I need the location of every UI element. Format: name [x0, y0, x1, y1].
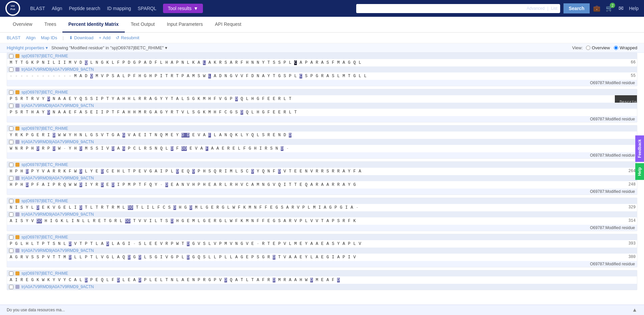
search-button[interactable]: Search [564, 3, 590, 13]
toolbar-map-ids[interactable]: Map IDs [41, 35, 57, 40]
tab-input-parameters[interactable]: Input Parameters [161, 17, 209, 33]
alignment-block-1: sp|O69787|BETC_RHIME M T T G K P N I L I… [7, 53, 637, 86]
seq-row-2a: P S R T R V Y D N A A E Y Q S S I P T Y … [7, 95, 637, 103]
tab-overview[interactable]: Overview [7, 17, 38, 33]
nav-align[interactable]: Align [52, 6, 62, 11]
logo[interactable]: Uni Prot [5, 1, 20, 16]
toolbar-align[interactable]: Align [26, 35, 36, 40]
tab-text-output[interactable]: Text Output [125, 17, 161, 33]
seq-color-7a [15, 271, 19, 275]
seq-name-3a[interactable]: sp|O69787|BETC_RHIME [21, 126, 68, 131]
seq-header-1b: tr|A0A7V9RMD9|A0A7V9RMD9_9ACTN [7, 66, 637, 72]
seq-num-4a: 264 [626, 168, 636, 174]
seq-name-1b[interactable]: tr|A0A7V9RMD9|A0A7V9RMD9_9ACTN [21, 67, 94, 72]
seq-checkbox-7a[interactable] [9, 271, 13, 276]
nav-icons: 💼 🛒 2 ✉ Help [593, 5, 639, 12]
feedback-button[interactable]: Feedback [635, 135, 644, 162]
seq-checkbox-6b[interactable] [9, 249, 13, 253]
seq-color-5a [15, 199, 19, 203]
list-link[interactable]: List [548, 6, 560, 11]
toolbar-blast[interactable]: BLAST [7, 35, 20, 40]
nav-blast[interactable]: BLAST [30, 6, 45, 11]
toolbar-separator: | [63, 35, 64, 40]
tool-results-button[interactable]: Tool results ▼ [163, 4, 203, 13]
seq-name-1a[interactable]: sp|O69787|BETC_RHIME [21, 54, 68, 58]
seq-checkbox-7b[interactable] [9, 285, 13, 289]
nav-sparql[interactable]: SPARQL [138, 6, 157, 11]
overview-radio[interactable] [586, 46, 590, 50]
wrapped-radio[interactable] [614, 46, 618, 50]
annotation-2: O69787:Modified residue [7, 116, 637, 122]
seq-row-6b: A G R V S S P V T T M D L L P T L V G L … [7, 254, 637, 261]
seq-num-1a: 66 [626, 59, 636, 66]
view-wrapped-option[interactable]: Wrapped [614, 45, 637, 50]
mail-icon[interactable]: ✉ [619, 5, 624, 12]
seq-checkbox-3b[interactable] [9, 140, 13, 144]
nav-id-mapping[interactable]: ID mapping [107, 6, 131, 11]
tab-percent-identity-matrix[interactable]: Percent Identity Matrix [62, 17, 125, 33]
seq-header-3a: sp|O69787|BETC_RHIME [7, 125, 637, 132]
seq-text-3a: Y R K P G E R I D W W Y H N L G S V T G … [10, 132, 636, 139]
seq-color-1a [15, 54, 19, 58]
seq-name-5a[interactable]: sp|O69787|BETC_RHIME [21, 199, 68, 203]
search-input[interactable] [356, 4, 524, 13]
search-area: Advanced | List Search 💼 🛒 2 ✉ Help [356, 3, 639, 13]
tab-api-request[interactable]: API Request [209, 17, 248, 33]
view-overview-option[interactable]: Overview [586, 45, 610, 50]
highlight-bar: Highlight properties ▾ Showing "Modified… [0, 43, 644, 53]
briefcase-icon[interactable]: 💼 [593, 5, 600, 12]
alignment-block-6: sp|O69787|BETC_RHIME P G L H L T P T S N… [7, 234, 637, 267]
seq-checkbox-1b[interactable] [9, 67, 13, 72]
seq-text-6a: P G L H L T P T S N L D V T P T L A D L … [10, 241, 626, 247]
seq-name-3b[interactable]: tr|A0A7V9RMD9|A0A7V9RMD9_9ACTN [21, 140, 94, 144]
toolbar-resubmit[interactable]: ↺ Resubmit [116, 35, 139, 40]
seq-row-1a: M T T G K P N I L I I M V D Q L N G K L … [7, 59, 637, 66]
help-link[interactable]: Help [629, 6, 639, 11]
seq-row-5a: N I S Y L D E K V G E L I D T L T R T R … [7, 204, 637, 211]
seq-name-4a[interactable]: sp|O69787|BETC_RHIME [21, 162, 68, 167]
tooltip-popup: Modified residue 54-54 Description 3-oxo… [615, 95, 637, 103]
seq-name-7b[interactable]: tr|A0A7V9RMD9|A0A7V9RMD9_9ACTN [21, 284, 94, 289]
seq-color-3b [15, 140, 19, 144]
seq-checkbox-4b[interactable] [9, 176, 13, 180]
seq-name-2a[interactable]: sp|O69787|BETC_RHIME [21, 90, 68, 95]
tab-trees[interactable]: Trees [38, 17, 62, 33]
chevron-down-icon[interactable]: ▾ [165, 45, 167, 50]
cart-icon[interactable]: 🛒 2 [606, 5, 613, 12]
seq-text-2a: P S R T R V Y D N A A E Y Q S S I P T Y … [10, 96, 636, 102]
seq-name-2b[interactable]: tr|A0A7V9RMD9|A0A7V9RMD9_9ACTN [21, 103, 94, 108]
seq-row-1b: - - - - - - - - - - - - M A D Q M V P S … [7, 72, 637, 80]
annotation-5: O69787:Modified residue [7, 225, 637, 231]
seq-checkbox-6a[interactable] [9, 235, 13, 240]
chevron-down-icon: ▾ [46, 45, 48, 50]
tooltip-trigger[interactable]: ■ Modified residue 54-54 Description 3-o… [623, 95, 627, 96]
seq-name-6b[interactable]: tr|A0A7V9RMD9|A0A7V9RMD9_9ACTN [21, 248, 94, 253]
seq-checkbox-2a[interactable] [9, 90, 13, 95]
seq-num-6a: 393 [626, 241, 636, 247]
highlight-properties-button[interactable]: Highlight properties ▾ [7, 45, 48, 50]
seq-checkbox-3a[interactable] [9, 126, 13, 131]
seq-name-5b[interactable]: tr|A0A7V9RMD9|A0A7V9RMD9_9ACTN [21, 212, 94, 217]
toolbar: BLAST Align Map IDs | ⬇ Download + Add ↺… [0, 33, 644, 43]
annotation-4: O69787:Modified residue [7, 189, 637, 195]
seq-checkbox-5a[interactable] [9, 199, 13, 203]
seq-text-5a: N I S Y L D E K V G E L I D T L T R T R … [10, 204, 626, 211]
svg-text:Prot: Prot [10, 8, 15, 10]
svg-text:Uni: Uni [11, 5, 14, 7]
seq-num-1b: 55 [626, 73, 636, 79]
seq-checkbox-2b[interactable] [9, 104, 13, 108]
toolbar-download[interactable]: ⬇ Download [69, 35, 94, 40]
seq-name-4b[interactable]: tr|A0A7V9RMD9|A0A7V9RMD9_9ACTN [21, 176, 94, 180]
seq-checkbox-5b[interactable] [9, 212, 13, 217]
nav-peptide-search[interactable]: Peptide search [69, 6, 100, 11]
seq-name-7a[interactable]: sp|O69787|BETC_RHIME [21, 271, 68, 276]
help-button[interactable]: Help [635, 163, 644, 180]
advanced-link[interactable]: Advanced [524, 6, 547, 11]
seq-num-5b: 314 [626, 218, 636, 224]
showing-note: Showing "Modified residue" in "sp|O69787… [51, 45, 167, 50]
seq-color-5b [15, 212, 19, 216]
toolbar-add[interactable]: + Add [99, 35, 111, 40]
seq-name-6a[interactable]: sp|O69787|BETC_RHIME [21, 235, 68, 240]
seq-checkbox-4a[interactable] [9, 163, 13, 167]
seq-checkbox-1a[interactable] [9, 54, 13, 58]
